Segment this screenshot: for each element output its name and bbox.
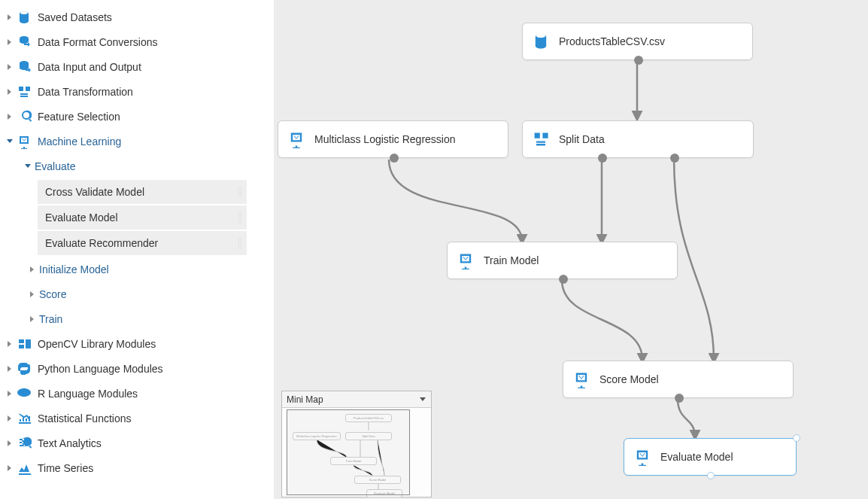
sidebar-item-feature-selection[interactable]: Feature Selection — [0, 104, 274, 129]
sidebar-item-label: Train — [39, 313, 62, 325]
opencv-icon — [17, 336, 32, 351]
sidebar-item-time-series[interactable]: Time Series — [0, 455, 274, 480]
node-evaluate-model[interactable]: Evaluate Model — [624, 438, 797, 476]
chevron-right-icon — [5, 388, 15, 399]
chevron-right-icon — [5, 438, 15, 449]
node-label: Split Data — [559, 133, 605, 145]
sidebar-item-r[interactable]: R Language Modules — [0, 381, 274, 406]
chevron-right-icon — [5, 413, 15, 424]
node-label: Score Model — [599, 373, 659, 385]
chevron-right-icon — [5, 339, 15, 349]
sidebar-item-score[interactable]: Score — [0, 281, 274, 306]
minimap-title: Mini Map — [287, 394, 323, 405]
output-port[interactable] — [559, 275, 568, 284]
node-score-model[interactable]: Score Model — [563, 361, 794, 398]
sidebar-item-label: Evaluate — [35, 160, 75, 172]
sidebar-item-machine-learning[interactable]: Machine Learning — [0, 129, 274, 154]
ml-icon — [17, 134, 32, 149]
output-port[interactable] — [675, 394, 684, 403]
transform-icon — [530, 129, 551, 150]
output-port[interactable] — [390, 154, 399, 163]
chevron-right-icon — [5, 12, 15, 23]
chevron-down-icon — [419, 394, 426, 405]
selection-handle[interactable] — [707, 472, 715, 479]
module-evaluate-model[interactable]: Evaluate Model — [38, 205, 247, 230]
minimap[interactable]: Mini Map ProductsTableCSV.csv Multiclass… — [281, 391, 432, 497]
timeseries-icon — [17, 461, 32, 476]
chevron-right-icon — [5, 463, 15, 473]
drag-grip-icon — [238, 238, 242, 248]
sidebar-item-opencv[interactable]: OpenCV Library Modules — [0, 331, 274, 356]
sidebar-item-label: Data Input and Output — [38, 61, 141, 73]
chevron-right-icon — [27, 314, 38, 324]
node-label: Evaluate Model — [660, 451, 733, 463]
node-train-model[interactable]: Train Model — [447, 242, 678, 279]
sidebar-item-label: Text Analytics — [38, 437, 102, 449]
sidebar-item-label: Time Series — [38, 462, 93, 474]
drag-grip-icon — [238, 212, 242, 223]
ml-icon — [286, 129, 307, 150]
textan-icon — [17, 436, 32, 451]
module-palette-sidebar[interactable]: Saved Datasets Data Format Conversions D… — [0, 0, 274, 499]
chevron-down-icon — [5, 136, 15, 147]
output-port-1[interactable] — [598, 154, 607, 163]
datasets-icon — [17, 10, 32, 25]
drag-grip-icon — [238, 187, 242, 197]
sidebar-item-data-input-output[interactable]: Data Input and Output — [0, 54, 274, 79]
node-algorithm[interactable]: Multiclass Logistic Regression — [278, 120, 508, 158]
ml-icon — [571, 369, 592, 390]
module-label: Evaluate Model — [45, 211, 118, 224]
sidebar-item-label: Data Format Conversions — [38, 36, 158, 48]
sidebar-item-saved-datasets[interactable]: Saved Datasets — [0, 5, 274, 29]
selection-handle[interactable] — [793, 434, 800, 442]
node-dataset[interactable]: ProductsTableCSV.csv — [522, 23, 753, 60]
sidebar-item-train[interactable]: Train — [0, 306, 274, 331]
sidebar-item-text-analytics[interactable]: Text Analytics — [0, 431, 274, 455]
output-port-2[interactable] — [670, 154, 679, 163]
sidebar-item-label: R Language Modules — [38, 388, 138, 400]
minimap-body[interactable]: ProductsTableCSV.csv Multiclass Logistic… — [282, 408, 431, 497]
sidebar-item-label: Statistical Functions — [38, 412, 132, 424]
chevron-right-icon — [5, 62, 15, 72]
minimap-viewport[interactable] — [287, 409, 410, 495]
ml-icon — [455, 250, 476, 271]
output-port[interactable] — [634, 56, 643, 65]
chevron-right-icon — [5, 364, 15, 374]
chevron-right-icon — [5, 87, 15, 97]
transform-icon — [17, 84, 32, 99]
sidebar-item-statistical-functions[interactable]: Statistical Functions — [0, 406, 274, 431]
node-label: Multiclass Logistic Regression — [314, 133, 456, 145]
minimap-header[interactable]: Mini Map — [282, 391, 431, 408]
sidebar-item-label: Data Transformation — [38, 86, 133, 98]
stats-icon — [17, 411, 32, 426]
chevron-right-icon — [5, 111, 15, 122]
sidebar-item-label: Machine Learning — [38, 135, 121, 148]
sidebar-item-label: Python Language Modules — [38, 363, 163, 375]
io-icon — [17, 59, 32, 75]
sidebar-item-data-format-conversions[interactable]: Data Format Conversions — [0, 29, 274, 54]
node-split-data[interactable]: Split Data — [522, 120, 754, 158]
module-label: Evaluate Recommender — [45, 237, 158, 249]
module-cross-validate-model[interactable]: Cross Validate Model — [38, 180, 247, 204]
sidebar-item-label: Feature Selection — [38, 111, 120, 123]
feature-icon — [17, 109, 32, 124]
experiment-canvas[interactable]: ProductsTableCSV.csv Multiclass Logistic… — [274, 0, 868, 499]
sidebar-item-data-transformation[interactable]: Data Transformation — [0, 79, 274, 104]
module-evaluate-recommender[interactable]: Evaluate Recommender — [38, 231, 247, 255]
sidebar-item-label: OpenCV Library Modules — [38, 338, 156, 350]
node-label: ProductsTableCSV.csv — [559, 35, 665, 47]
chevron-down-icon — [23, 161, 33, 172]
module-label: Cross Validate Model — [45, 186, 144, 198]
sidebar-item-python[interactable]: Python Language Modules — [0, 356, 274, 381]
sidebar-item-label: Saved Datasets — [38, 11, 112, 23]
sidebar-item-label: Initialize Model — [39, 263, 109, 275]
chevron-right-icon — [5, 37, 15, 47]
sidebar-item-initialize-model[interactable]: Initialize Model — [0, 257, 274, 281]
chevron-right-icon — [27, 289, 38, 300]
node-label: Train Model — [484, 254, 539, 266]
sidebar-item-evaluate[interactable]: Evaluate — [0, 154, 274, 178]
chevron-right-icon — [27, 264, 38, 275]
python-icon — [17, 361, 32, 376]
ml-icon — [632, 446, 653, 467]
r-icon — [17, 386, 32, 401]
